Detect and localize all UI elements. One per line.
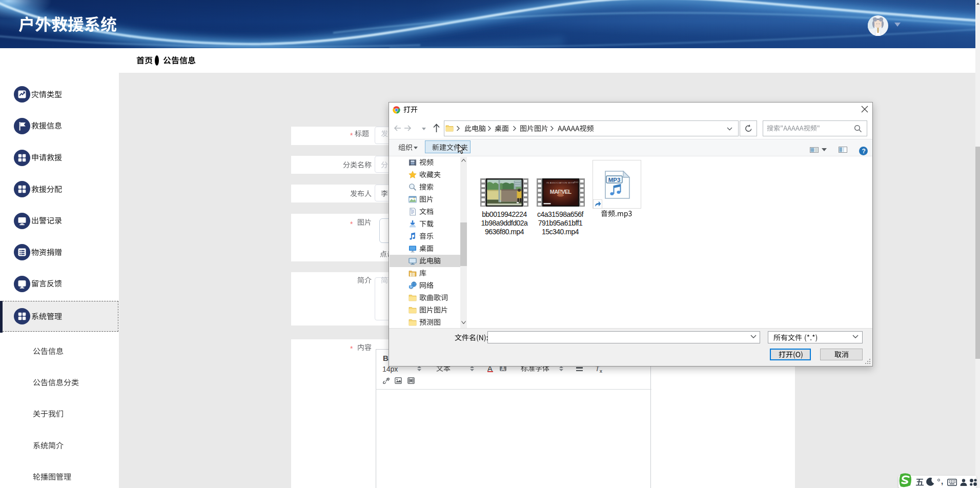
svg-text:MP3: MP3: [608, 177, 621, 183]
svg-text:IN ASSOCIATION WITH: IN ASSOCIATION WITH: [546, 181, 575, 184]
svg-text:TOO: TOO: [574, 181, 579, 184]
